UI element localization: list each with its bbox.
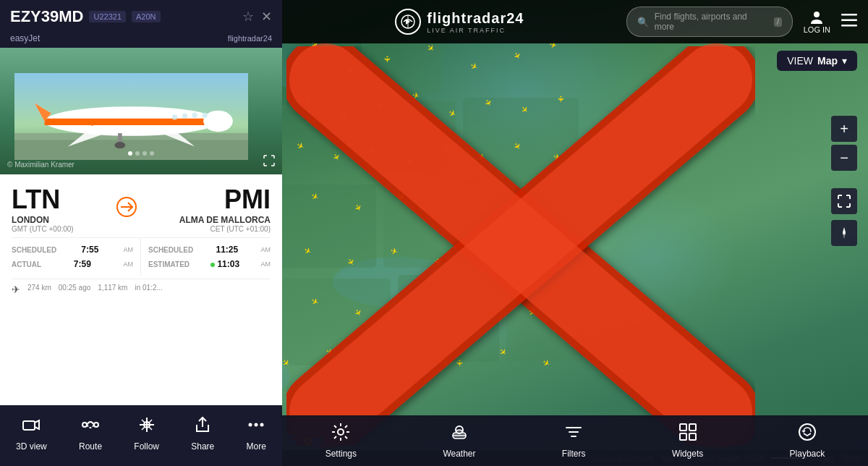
dest-col: PMI ALMA DE MALLORCA CET (UTC +01:00) <box>179 185 271 233</box>
share-button[interactable]: Share <box>184 411 221 456</box>
route-label: Route <box>79 441 102 452</box>
svg-point-40 <box>203 111 233 132</box>
zoom-controls: + − <box>831 116 857 171</box>
dep-actual-label: ACTUAL <box>12 260 41 268</box>
search-bar[interactable]: 🔍 Find flights, airports and more / <box>626 7 793 37</box>
svg-rect-16 <box>275 185 376 268</box>
plane-progress-icon: ✈ <box>12 284 20 295</box>
airline-row: easyJet flightradar24 <box>0 33 282 48</box>
dep-actual-row: ACTUAL 7:59 AM <box>12 257 133 271</box>
playback-button[interactable]: Playback <box>778 418 837 463</box>
dep-actual-ampm: AM <box>123 260 133 268</box>
flight-header-actions: ☆ ✕ <box>242 9 272 25</box>
arrival-times-col: SCHEDULED 11:25 AM ESTIMATED 11:03 AM <box>141 238 271 276</box>
more-icon <box>247 415 265 439</box>
widgets-label: Widgets <box>672 449 703 459</box>
arr-scheduled-label: SCHEDULED <box>148 246 193 254</box>
time-remaining: in 01:2... <box>135 284 162 295</box>
search-icon: 🔍 <box>637 17 649 27</box>
svg-point-30 <box>814 12 820 17</box>
image-credit: © Maximilian Kramer <box>7 161 75 169</box>
map-label: Map <box>817 55 838 67</box>
3d-view-button[interactable]: 3D view <box>9 411 54 456</box>
airports-row: LTN LONDON GMT (UTC +00:00) PMI ALMA DE … <box>12 185 271 233</box>
svg-point-57 <box>249 423 252 427</box>
dep-actual-value: 7:59 <box>74 259 91 269</box>
dep-scheduled-label: SCHEDULED <box>12 246 56 254</box>
flight-action-bar: 3D view Route Follow <box>0 405 282 466</box>
map-plane-icon: ✈ <box>440 309 450 316</box>
flight-times-section: SCHEDULED 7:55 AM ACTUAL 7:59 AM SCHEDUL… <box>12 237 271 276</box>
header-bar: flightradar24 LIVE AIR TRAFFIC 🔍 Find fl… <box>282 0 868 43</box>
settings-button[interactable]: Settings <box>314 418 368 463</box>
svg-point-66 <box>799 424 815 440</box>
view-map-button[interactable]: VIEW Map ▾ <box>777 51 857 71</box>
map-plane-icon: ✈ <box>440 204 450 211</box>
dot-2 <box>135 151 140 156</box>
follow-button[interactable]: Follow <box>127 411 166 456</box>
svg-rect-33 <box>841 25 857 27</box>
favorite-button[interactable]: ☆ <box>242 9 254 25</box>
svg-rect-31 <box>841 14 857 16</box>
map-plane-icon: ✈ <box>433 258 443 266</box>
search-placeholder: Find flights, airports and more <box>655 12 768 32</box>
weather-label: Weather <box>443 449 475 459</box>
svg-point-54 <box>82 423 87 427</box>
filters-button[interactable]: Filters <box>550 418 597 463</box>
svg-rect-65 <box>689 433 696 440</box>
close-button[interactable]: ✕ <box>261 9 272 25</box>
expand-image-button[interactable] <box>263 155 275 169</box>
svg-point-60 <box>338 429 344 435</box>
svg-rect-23 <box>506 282 586 362</box>
fullscreen-button[interactable] <box>831 188 857 214</box>
arr-estimated-ampm: AM <box>261 260 271 268</box>
map-controls-right <box>831 188 857 246</box>
svg-point-34 <box>843 232 846 234</box>
map-plane-icon: ✈ <box>556 96 566 103</box>
follow-icon <box>137 415 156 439</box>
svg-point-45 <box>172 114 177 119</box>
more-button[interactable]: More <box>239 411 273 456</box>
logo-text: flightradar24 LIVE AIR TRAFFIC <box>427 10 524 34</box>
flight-route-info: LTN LONDON GMT (UTC +00:00) PMI ALMA DE … <box>0 174 282 405</box>
dep-scheduled-ampm: AM <box>123 246 133 253</box>
logo-area: flightradar24 LIVE AIR TRAFFIC <box>293 9 626 35</box>
login-button[interactable]: LOG IN <box>804 9 830 34</box>
airline-name: easyJet <box>10 33 40 43</box>
widgets-icon <box>678 423 697 446</box>
svg-point-58 <box>255 423 258 427</box>
zoom-in-button[interactable]: + <box>831 116 857 142</box>
map-plane-icon: ✈ <box>375 103 385 110</box>
svg-point-46 <box>182 113 187 118</box>
dest-airport-code: PMI <box>224 185 271 215</box>
svg-rect-62 <box>680 424 686 431</box>
distance-row: ✈ 274 km 00:25 ago 1,117 km in 01:2... <box>12 279 271 295</box>
view-label: VIEW <box>787 55 813 67</box>
svg-rect-53 <box>23 421 35 430</box>
route-button[interactable]: Route <box>72 411 109 456</box>
dot-3 <box>142 151 147 156</box>
distance-flown: 274 km <box>27 284 51 295</box>
compass-button[interactable] <box>831 220 857 246</box>
svg-point-48 <box>202 112 207 117</box>
svg-text:easyJet: easyJet <box>81 119 103 126</box>
dep-scheduled-value: 7:55 <box>81 245 98 255</box>
zoom-out-button[interactable]: − <box>831 145 857 171</box>
map-plane-icon: ✈ <box>382 56 392 63</box>
settings-label: Settings <box>326 449 357 459</box>
svg-point-55 <box>94 423 98 427</box>
hamburger-menu-button[interactable] <box>841 14 857 30</box>
route-icon <box>81 415 100 439</box>
playback-label: Playback <box>790 449 825 459</box>
dot-4 <box>150 151 154 156</box>
3d-view-icon <box>22 415 41 439</box>
aircraft-image[interactable]: easyJet © Maximilian Kramer <box>0 48 282 174</box>
weather-icon <box>450 423 469 446</box>
settings-icon <box>331 423 350 446</box>
weather-button[interactable]: Weather <box>431 418 487 463</box>
arr-estimated-value: 11:03 <box>210 259 239 269</box>
svg-rect-64 <box>680 433 686 440</box>
follow-label: Follow <box>134 441 159 452</box>
widgets-button[interactable]: Widgets <box>660 418 715 463</box>
departure-times-col: SCHEDULED 7:55 AM ACTUAL 7:59 AM <box>12 238 141 276</box>
